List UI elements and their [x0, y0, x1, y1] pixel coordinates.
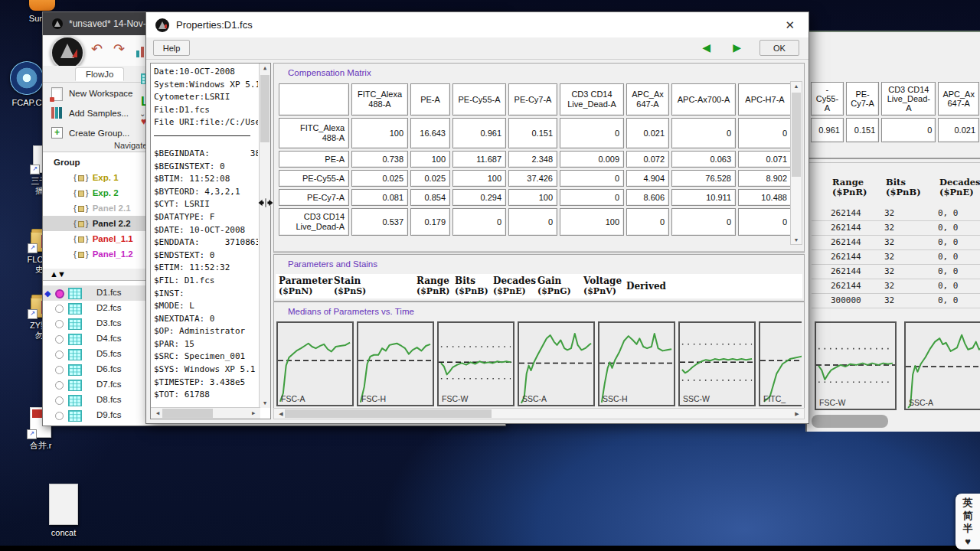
comp-cell[interactable]: 0 [452, 208, 506, 236]
prev-sample-icon[interactable]: ◀ [702, 41, 710, 54]
redo-icon[interactable]: ↷ [113, 41, 125, 57]
keywords-vertical-scrollbar[interactable]: ▲ ▼ [259, 64, 270, 408]
comp-cell[interactable]: 0 [738, 208, 792, 236]
comp-cell[interactable]: 16.643 [410, 118, 450, 148]
comp-cell[interactable]: 0 [560, 118, 624, 148]
next-sample-icon[interactable]: ▶ [733, 41, 741, 54]
bg-chart-ssc-a[interactable]: SSC-A [904, 321, 980, 410]
comp-cell[interactable]: 0.537 [351, 208, 408, 236]
comp-cell[interactable]: 4.904 [626, 170, 669, 187]
keywords-panel[interactable]: Date:10-OCT-2008System:Windows XP 5.1Cyt… [150, 63, 271, 419]
comp-cell[interactable]: 10.488 [738, 189, 792, 206]
content-horizontal-scrollbar[interactable]: ◀ ▶ [273, 408, 805, 419]
sample-state-icon[interactable] [55, 350, 64, 359]
sample-table-icon[interactable] [68, 334, 82, 345]
sample-state-icon[interactable] [55, 412, 64, 420]
keyword-line: $SYS: Windows XP 5.1 [154, 364, 258, 377]
scroll-left-icon[interactable]: ◀ [152, 410, 163, 416]
comp-cell[interactable]: 0.021 [626, 118, 669, 148]
comp-cell[interactable]: 0.071 [738, 151, 792, 168]
bg-chart-fsc-w[interactable]: FSC-W [815, 321, 897, 410]
comp-cell[interactable]: 0.072 [626, 151, 669, 168]
comp-cell[interactable]: 0.063 [671, 151, 736, 168]
sample-table-icon[interactable] [68, 364, 82, 376]
comp-cell[interactable]: 0 [508, 208, 557, 236]
undo-icon[interactable]: ↶ [91, 41, 103, 57]
matrix-vertical-scrollbar[interactable]: ▲ ▼ [790, 81, 802, 245]
keyword-line: $CYT: LSRII [154, 198, 258, 211]
comp-cell[interactable]: 0.738 [351, 151, 408, 168]
sample-table-icon[interactable] [68, 380, 82, 391]
comp-cell[interactable]: 0 [560, 170, 624, 187]
ime-badge[interactable]: 英简半♥ [956, 494, 980, 549]
tab-flowjo[interactable]: FlowJo [75, 67, 124, 81]
scrollbar-thumb[interactable] [162, 409, 213, 418]
sample-table-icon[interactable] [68, 318, 82, 330]
help-button[interactable]: Help [153, 40, 190, 56]
comp-cell[interactable]: 37.426 [508, 170, 557, 187]
sample-state-icon[interactable] [55, 366, 64, 374]
comp-cell[interactable]: 0.854 [410, 189, 450, 206]
panel-splitter[interactable]: ▲▼ [50, 269, 65, 279]
sample-state-icon[interactable] [55, 289, 64, 298]
scroll-up-icon[interactable]: ▲ [260, 65, 270, 71]
comp-cell[interactable]: 0 [671, 118, 736, 148]
comp-cell[interactable]: 0.081 [351, 189, 408, 206]
scroll-down-icon[interactable]: ▼ [260, 400, 270, 406]
close-icon[interactable]: ✕ [780, 18, 799, 32]
comp-cell[interactable]: 100 [452, 170, 506, 187]
sample-table-icon[interactable] [68, 395, 82, 406]
comp-cell[interactable]: 11.687 [452, 151, 506, 168]
comp-cell[interactable]: 0 [560, 189, 624, 206]
sample-table-icon[interactable] [68, 349, 82, 360]
comp-cell[interactable]: 0.179 [410, 208, 450, 236]
comp-cell[interactable]: 0.294 [452, 189, 506, 206]
scroll-right-icon[interactable]: ▶ [248, 410, 259, 416]
median-chart-fsc-a[interactable]: FSC-A [276, 321, 354, 406]
median-chart-fsc-w[interactable]: FSC-W [437, 321, 514, 406]
bg-scrollbar-thumb[interactable] [812, 415, 888, 428]
bg-param-row: 262144320, 0 [812, 236, 980, 250]
flowjo-roundel-icon[interactable] [51, 36, 84, 70]
sample-state-icon[interactable] [55, 320, 64, 328]
median-chart-ssc-a[interactable]: SSC-A [518, 321, 595, 406]
comp-cell[interactable]: 8.606 [626, 189, 669, 206]
sample-table-icon[interactable] [68, 410, 82, 422]
sample-state-icon[interactable] [55, 381, 64, 390]
comp-cell[interactable]: 0.025 [410, 170, 450, 187]
median-chart-ssc-h[interactable]: SSC-H [598, 321, 675, 406]
comp-cell[interactable]: 100 [560, 208, 624, 236]
sample-state-icon[interactable] [55, 396, 64, 405]
comp-cell[interactable]: 0.025 [351, 170, 408, 187]
comp-cell[interactable]: 76.528 [671, 170, 736, 187]
comp-cell[interactable]: 0.151 [508, 118, 557, 148]
comp-cell[interactable]: 8.902 [738, 170, 792, 187]
comp-cell[interactable]: 0.961 [452, 118, 506, 148]
comp-cell[interactable]: 100 [508, 189, 557, 206]
comp-cell[interactable]: 0 [738, 118, 792, 148]
dialog-titlebar[interactable]: Properties:D1.fcs ✕ [146, 12, 808, 37]
ok-button[interactable]: OK [760, 40, 799, 56]
median-chart-fsc-h[interactable]: FSC-H [357, 321, 434, 406]
scroll-right-icon[interactable]: ▶ [792, 411, 802, 417]
comp-cell[interactable]: 0 [671, 208, 736, 236]
comp-cell[interactable]: 100 [351, 118, 408, 148]
desktop-icon-concat[interactable]: concat [40, 484, 87, 538]
median-chart-ssc-w[interactable]: SSC-W [678, 321, 756, 406]
comp-cell[interactable]: 100 [410, 151, 450, 168]
sample-state-icon[interactable] [55, 335, 64, 344]
scrollbar-thumb[interactable] [285, 409, 492, 418]
scroll-up-icon[interactable]: ▲ [791, 83, 802, 89]
sample-state-icon[interactable] [55, 305, 64, 313]
sample-table-icon[interactable] [68, 303, 82, 315]
comp-cell[interactable]: 0.009 [560, 151, 624, 168]
scrollbar-thumb[interactable] [792, 93, 801, 177]
comp-cell[interactable]: 2.348 [508, 151, 557, 168]
keywords-horizontal-scrollbar[interactable]: ◀ ▶ [151, 407, 260, 419]
median-chart-fitc[interactable]: FITC_ [759, 321, 802, 406]
sample-table-icon[interactable] [68, 288, 82, 299]
scrollbar-thumb[interactable] [260, 75, 270, 142]
scroll-down-icon[interactable]: ▼ [791, 237, 802, 243]
comp-cell[interactable]: 10.911 [671, 189, 736, 206]
comp-cell[interactable]: 0 [626, 208, 669, 236]
